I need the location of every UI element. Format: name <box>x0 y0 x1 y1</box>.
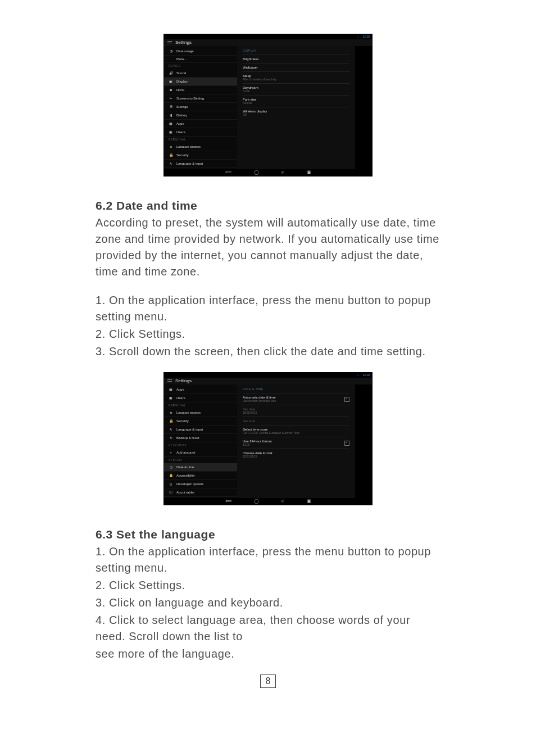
section-6-2-step: 1. On the application interface, press t… <box>96 292 440 325</box>
sidebar-item-label: Users <box>176 130 185 134</box>
sidebar-item-storage-icon: ☰ <box>169 105 173 109</box>
sidebar-item-label: Add account <box>176 451 195 454</box>
sidebar-item-sound-icon: 🔊 <box>169 71 173 75</box>
sidebar-item-label: Apps <box>176 122 184 125</box>
section-6-2-body: According to preset, the system will aut… <box>96 215 440 280</box>
status-clock: 12:28 <box>362 374 370 377</box>
sidebar-item-about[interactable]: ⓘAbout tablet <box>164 488 237 497</box>
screenshot-icon[interactable]: ▣ <box>307 499 311 504</box>
sidebar-cat-device: DEVICE <box>164 63 237 69</box>
sidebar-item-location[interactable]: ◈Location access <box>164 143 237 151</box>
section-6-2-title: 6.2 Date and time <box>96 199 440 212</box>
sidebar-item-label: Battery <box>176 114 187 117</box>
sidebar-item-users[interactable]: ▣Users <box>164 128 237 137</box>
sidebar-item-hdmi[interactable]: ◙Hdmi <box>164 86 237 94</box>
setting-row[interactable]: Use 24-hour format13:00 <box>243 437 349 449</box>
sidebar-item-apps-icon: ▦ <box>169 121 173 126</box>
sidebar-item-storage[interactable]: ☰Storage <box>164 103 237 111</box>
section-6-3-title: 6.3 Set the language <box>96 528 440 541</box>
checkbox-icon[interactable] <box>344 441 349 446</box>
sidebar-item-add-account[interactable]: +Add account <box>164 449 237 457</box>
sidebar-item-apps[interactable]: ▦Apps <box>164 120 237 128</box>
screenshot-display-settings: ☼12:28 Settings ◔Data usage More… DEVICE… <box>163 34 373 176</box>
sidebar-item-backup[interactable]: ↻Backup & reset <box>164 434 237 442</box>
settings-sidebar: ▦Apps▣Users PERSONAL ◈Location access🔒Se… <box>164 384 237 498</box>
sidebar-item-label: Date & time <box>176 465 194 469</box>
page-number: 8 <box>260 674 276 688</box>
settings-icon <box>167 41 172 44</box>
sidebar-cat-accounts: ACCOUNTS <box>164 442 237 449</box>
checkbox-icon[interactable] <box>344 397 349 402</box>
sidebar-item-label: Accessibility <box>176 474 195 477</box>
sidebar-item-label: Apps <box>176 388 184 391</box>
sidebar-item-language[interactable]: ALanguage & input <box>164 425 237 434</box>
sidebar-cat-system: SYSTEM <box>164 457 237 463</box>
sidebar-item-display[interactable]: ▣Display <box>164 78 237 86</box>
setting-sub: 12/31/2013 <box>243 455 272 458</box>
section-6-2-step: 2. Click Settings. <box>96 326 440 342</box>
screenshot-icon[interactable]: ▣ <box>307 170 311 175</box>
sidebar-item-sound[interactable]: 🔊Sound <box>164 69 237 78</box>
setting-row[interactable]: Wallpaper <box>243 63 349 71</box>
setting-row[interactable]: Choose date format12/31/2013 <box>243 449 349 460</box>
sidebar-item-add-account-icon: + <box>169 450 173 455</box>
sidebar-item-developer-icon: {} <box>169 482 173 486</box>
recent-icon[interactable]: ⎚ <box>281 499 284 504</box>
sidebar-item-label: Language & input <box>176 162 203 165</box>
section-6-2-step: 3. Scroll down the screen, then click th… <box>96 343 440 360</box>
setting-row[interactable]: Font sizeNormal <box>243 95 349 107</box>
settings-sidebar: ◔Data usage More… DEVICE 🔊Sound▣Display◙… <box>164 46 237 169</box>
section-6-3-step: 3. Click on language and keyboard. <box>96 595 440 611</box>
back-icon[interactable]: ⟸ <box>225 170 231 175</box>
setting-sub: Clock <box>243 90 258 93</box>
home-icon[interactable]: ◯ <box>254 499 259 504</box>
data-usage-icon: ◔ <box>169 49 173 53</box>
sidebar-item-users[interactable]: ▣Users <box>164 394 237 402</box>
main-cat-display: DISPLAY <box>243 48 349 55</box>
sidebar-item-datetime[interactable]: ◷Date & time <box>164 463 237 472</box>
setting-label: Brightness <box>243 57 258 61</box>
sidebar-item-location[interactable]: ◈Location access <box>164 409 237 417</box>
sidebar-item-label: Security <box>176 419 189 423</box>
sidebar-item-apps[interactable]: ▦Apps <box>164 386 237 394</box>
screenshot-datetime-settings: ☼12:28 Settings ▦Apps▣Users PERSONAL ◈Lo… <box>163 372 373 505</box>
setting-row[interactable]: Select time zoneGMT+01:00, Central Europ… <box>243 425 349 437</box>
sidebar-item-label: Storage <box>176 105 188 108</box>
back-icon[interactable]: ⟸ <box>225 499 231 504</box>
sidebar-item-battery[interactable]: ▮Battery <box>164 111 237 120</box>
sidebar-item-language[interactable]: ALanguage & input <box>164 160 237 168</box>
sidebar-item-label: Hdmi <box>176 88 184 92</box>
main-cat-datetime: DATE & TIME <box>243 387 349 393</box>
setting-row[interactable]: SleepAfter 2 minutes of inactivity <box>243 71 349 83</box>
recent-icon[interactable]: ⎚ <box>281 170 284 175</box>
sidebar-item-label: About tablet <box>176 491 194 494</box>
setting-sub: After 2 minutes of inactivity <box>243 78 276 81</box>
setting-row[interactable]: Brightness <box>243 55 349 63</box>
sidebar-item-label: Security <box>176 153 189 157</box>
home-icon[interactable]: ◯ <box>254 170 259 175</box>
sidebar-item-label: ScreenshotSetting <box>176 97 204 100</box>
setting-sub: GMT+01:00, Central European Summer Time <box>243 432 299 434</box>
setting-row[interactable]: Automatic date & timeUse network-provide… <box>243 393 349 405</box>
sidebar-item-data-usage[interactable]: ◔Data usage <box>164 47 237 56</box>
sidebar-item-developer[interactable]: {}Developer options <box>164 480 237 488</box>
sidebar-item-more[interactable]: More… <box>164 56 237 63</box>
sidebar-item-security[interactable]: 🔒Security <box>164 417 237 425</box>
sidebar-item-screenshot[interactable]: ✂ScreenshotSetting <box>164 94 237 103</box>
setting-sub: 13:00 <box>243 443 272 446</box>
sidebar-item-label: Location access <box>176 411 201 414</box>
section-6-3-step: see more of the language. <box>96 646 440 662</box>
settings-title-bar: Settings <box>164 39 372 46</box>
setting-row[interactable]: Wireless displayOff <box>243 107 349 119</box>
setting-sub: Off <box>243 114 267 116</box>
sidebar-cat-personal: PERSONAL <box>164 402 237 409</box>
sidebar-item-users-icon: ▣ <box>169 130 173 134</box>
sidebar-item-accessibility[interactable]: ✋Accessibility <box>164 472 237 480</box>
sidebar-item-security[interactable]: 🔒Security <box>164 151 237 160</box>
sidebar-item-label: Display <box>176 80 188 83</box>
setting-row[interactable]: DaydreamClock <box>243 83 349 95</box>
setting-row[interactable]: Set date10/25/2013 <box>243 405 349 417</box>
sidebar-item-backup-icon: ↻ <box>169 436 173 440</box>
sidebar-item-language-icon: A <box>169 427 173 432</box>
setting-row[interactable]: Set time <box>243 417 349 425</box>
